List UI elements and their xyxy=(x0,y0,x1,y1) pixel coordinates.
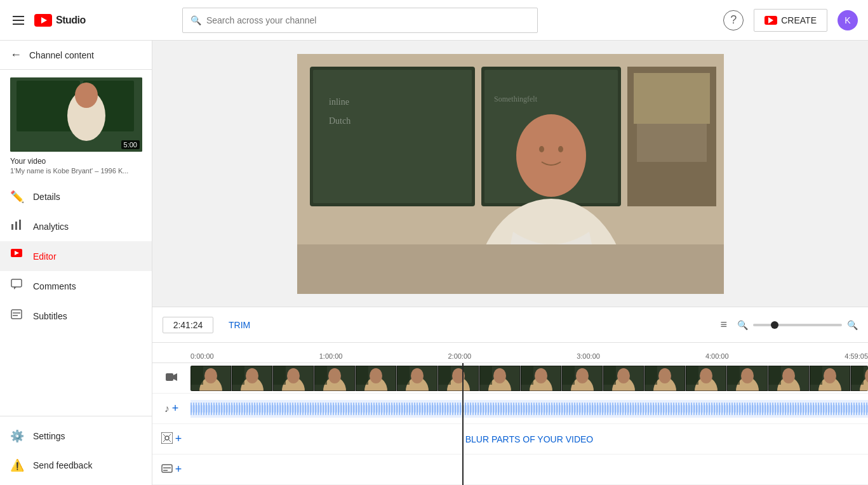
svg-text:Dutch: Dutch xyxy=(329,116,351,126)
svg-rect-40 xyxy=(190,366,868,391)
svg-line-50 xyxy=(163,440,165,442)
editor-label: Editor xyxy=(33,251,57,262)
editor-icon xyxy=(10,249,23,263)
avatar[interactable]: K xyxy=(838,10,858,30)
zoom-in-icon[interactable]: 🔍 xyxy=(847,320,858,330)
logo-link[interactable]: Studio xyxy=(34,14,86,27)
feedback-label: Send feedback xyxy=(33,460,92,470)
caption-track-row: + xyxy=(152,455,868,485)
blur-label: BLUR PARTS OF YOUR VIDEO xyxy=(465,434,594,444)
comments-label: Comments xyxy=(33,281,76,291)
create-button[interactable]: CREATE xyxy=(754,9,827,32)
sidebar-item-analytics[interactable]: Analytics xyxy=(0,211,152,241)
video-frame: inline Dutch Somethingfelt xyxy=(297,54,724,294)
svg-line-51 xyxy=(169,440,171,442)
audio-track-content: #waveform-bars { } xyxy=(190,394,868,423)
comments-icon xyxy=(10,279,23,293)
sidebar-bottom: ⚙️ Settings ⚠️ Send feedback xyxy=(0,416,152,485)
svg-point-29 xyxy=(516,114,586,197)
svg-rect-24 xyxy=(637,124,707,162)
ruler-marker-0: 0:00:00 xyxy=(190,352,214,360)
add-audio-button[interactable]: + xyxy=(172,402,179,415)
blur-track-icon-area: + xyxy=(152,432,190,446)
settings-icon: ⚙️ xyxy=(10,429,23,443)
sidebar-item-editor[interactable]: Editor xyxy=(0,241,152,271)
video-content: inline Dutch Somethingfelt xyxy=(297,54,724,294)
thumb-duration: 5:00 xyxy=(121,140,140,149)
details-label: Details xyxy=(33,192,60,202)
svg-rect-7 xyxy=(11,224,13,230)
help-button[interactable]: ? xyxy=(723,10,744,30)
trim-button[interactable]: TRIM xyxy=(224,317,255,333)
content-area: inline Dutch Somethingfelt xyxy=(152,41,868,485)
ruler-marker-5: 4:59:05 xyxy=(845,352,868,360)
back-to-channel-button[interactable]: ← Channel content xyxy=(0,41,152,70)
nav-right-area: ? CREATE K xyxy=(723,9,858,32)
audio-track-icon-area: ♪ + xyxy=(152,402,190,415)
feedback-icon: ⚠️ xyxy=(10,458,23,472)
video-title-sidebar: 1'My name is Kobe Bryant' – 1996 K... xyxy=(10,167,142,175)
audio-track-row: ♪ + #waveform-bars { } xyxy=(152,394,868,424)
details-icon: ✏️ xyxy=(10,190,23,204)
svg-point-30 xyxy=(539,146,544,152)
help-icon: ? xyxy=(730,13,737,27)
timeline-tracks-wrapper: ♪ + #waveform-bars { } xyxy=(152,363,868,485)
svg-rect-14 xyxy=(11,310,22,319)
svg-rect-23 xyxy=(634,73,710,124)
sidebar-item-send-feedback[interactable]: ⚠️ Send feedback xyxy=(0,451,152,480)
video-thumbnail: 5:00 xyxy=(10,77,142,152)
back-arrow-icon: ← xyxy=(10,48,22,62)
svg-point-47 xyxy=(165,436,169,440)
zoom-out-icon[interactable]: 🔍 xyxy=(737,320,748,330)
add-caption-button[interactable]: + xyxy=(175,463,182,476)
zoom-controls: 🔍 🔍 xyxy=(737,320,858,330)
video-track-icon xyxy=(166,371,177,385)
ruler-marker-3: 3:00:00 xyxy=(577,352,600,360)
video-strip xyxy=(190,366,868,391)
svg-point-6 xyxy=(75,83,98,108)
svg-rect-19 xyxy=(313,70,472,203)
sidebar-item-settings[interactable]: ⚙️ Settings xyxy=(0,422,152,451)
search-icon: 🔍 xyxy=(190,15,201,25)
svg-point-31 xyxy=(558,146,563,152)
sidebar-item-comments[interactable]: Comments xyxy=(0,271,152,301)
sidebar: ← Channel content 5:00 xyxy=(0,41,152,485)
add-blur-button[interactable]: + xyxy=(175,432,182,446)
blur-track-row: + BLUR PARTS OF YOUR VIDEO xyxy=(152,424,868,455)
create-video-icon xyxy=(765,16,777,25)
svg-rect-52 xyxy=(162,465,172,472)
top-navigation: Studio 🔍 ? CREATE K xyxy=(0,0,868,41)
svg-line-49 xyxy=(169,434,171,436)
timeline-area: 0:00:00 1:00:00 2:00:00 3:00:00 4:00:00 … xyxy=(152,342,868,485)
subtitles-label: Subtitles xyxy=(33,311,67,321)
hamburger-menu-button[interactable] xyxy=(10,13,27,27)
video-track-row xyxy=(152,363,868,394)
audio-track-icon: ♪ xyxy=(164,403,170,415)
svg-rect-33 xyxy=(166,373,173,381)
menu-icon[interactable]: ≡ xyxy=(720,318,727,331)
analytics-label: Analytics xyxy=(33,222,69,232)
svg-text:Somethingfelt: Somethingfelt xyxy=(494,95,538,103)
video-preview-area: inline Dutch Somethingfelt xyxy=(152,41,868,307)
sidebar-item-subtitles[interactable]: Subtitles xyxy=(0,301,152,331)
video-track-content xyxy=(190,363,868,393)
studio-logo-text: Studio xyxy=(56,15,86,26)
zoom-slider[interactable] xyxy=(753,324,842,326)
caption-track-icon xyxy=(161,463,173,477)
timecode-display: 2:41:24 xyxy=(163,317,213,333)
blur-track-content[interactable]: BLUR PARTS OF YOUR VIDEO xyxy=(190,434,868,444)
subtitles-icon xyxy=(10,309,23,323)
sidebar-item-details[interactable]: ✏️ Details xyxy=(0,182,152,211)
ruler-track: 0:00:00 1:00:00 2:00:00 3:00:00 4:00:00 … xyxy=(190,343,868,362)
avatar-initial: K xyxy=(845,15,850,25)
search-input[interactable] xyxy=(206,15,530,25)
analytics-icon xyxy=(10,219,23,234)
channel-content-label: Channel content xyxy=(29,50,94,60)
svg-rect-8 xyxy=(15,222,17,230)
editor-toolbar: 2:41:24 TRIM ≡ 🔍 🔍 xyxy=(152,307,868,342)
timeline-ruler: 0:00:00 1:00:00 2:00:00 3:00:00 4:00:00 … xyxy=(152,343,868,363)
ruler-marker-1: 1:00:00 xyxy=(319,352,343,360)
svg-rect-32 xyxy=(297,244,724,294)
caption-track-icon-area: + xyxy=(152,463,190,477)
your-video-label: Your video xyxy=(10,157,142,166)
